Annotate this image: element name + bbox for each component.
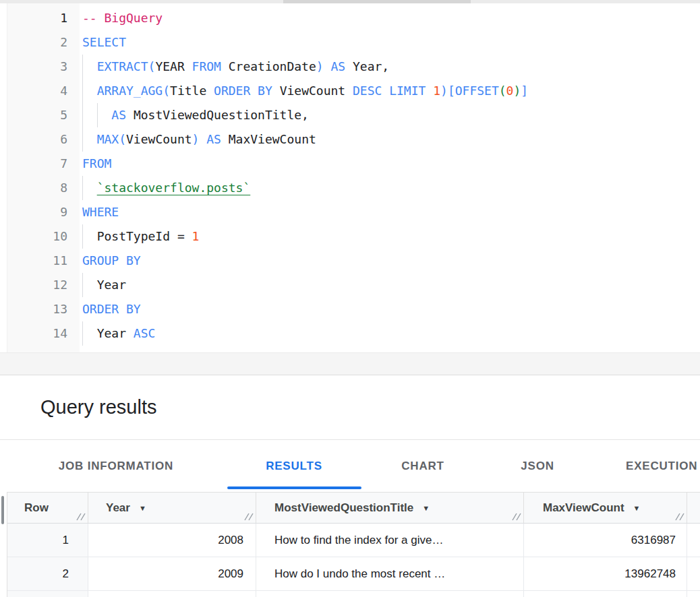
row-number-cell (7, 591, 88, 597)
indent-guide (82, 79, 83, 103)
code-token: 0 (506, 84, 514, 98)
indent-guide (82, 127, 83, 152)
line-number: 4 (7, 79, 80, 103)
column-resize-handle[interactable] (511, 512, 521, 521)
code-token: EXTRACT( (97, 59, 156, 73)
sort-arrow-icon[interactable]: ▼ (139, 504, 146, 512)
tab-execution-details[interactable]: EXECUTION DETAILS (626, 440, 700, 492)
line-number: 2 (7, 30, 80, 55)
column-resize-handle[interactable] (76, 512, 86, 521)
code-token: FROM (192, 59, 229, 73)
code-token: Title (170, 84, 214, 98)
code-token: ASC (134, 326, 156, 340)
indent-guide (82, 55, 83, 79)
code-line: 12Year (0, 273, 700, 297)
row-number-cell: 1 (7, 524, 88, 557)
code-token: ) (513, 84, 521, 98)
code-text: EXTRACT(YEAR FROM CreationDate) AS Year, (80, 55, 700, 79)
code-line: 7FROM (0, 152, 700, 176)
code-token: PostTypeId = (97, 229, 192, 243)
code-line: 4ARRAY_AGG(Title ORDER BY ViewCount DESC… (0, 79, 700, 103)
line-number: 7 (7, 152, 80, 176)
results-panel-header: Query results (0, 375, 700, 440)
code-token: Year (97, 278, 126, 292)
code-token: AS (111, 108, 134, 122)
column-header-mostviewedquestiontitle[interactable]: MostViewedQuestionTitle ▼ (256, 493, 523, 523)
tab-results[interactable]: RESULTS (266, 440, 322, 492)
code-text: PostTypeId = 1 (80, 224, 700, 249)
results-table: Row Year ▼ MostViewedQuestionTitle ▼ Max… (0, 492, 700, 597)
indent-guide (97, 103, 98, 127)
code-text: AS MostViewedQuestionTitle, (80, 103, 700, 127)
table-row-partial (7, 591, 700, 597)
column-resize-handle[interactable] (674, 512, 684, 521)
code-token: MaxViewCount (229, 132, 316, 146)
line-number: 11 (7, 249, 80, 273)
column-header-maxviewcount[interactable]: MaxViewCount ▼ (523, 493, 687, 523)
sort-arrow-icon[interactable]: ▼ (633, 504, 641, 512)
results-tabs: JOB INFORMATION RESULTS CHART JSON EXECU… (0, 440, 700, 492)
extra-cell (687, 557, 700, 590)
line-number: 1 (7, 6, 80, 30)
column-header-label: MostViewedQuestionTitle (274, 501, 413, 515)
code-token: FROM (82, 156, 111, 170)
code-token: Year, (353, 59, 389, 73)
column-header-label: Year (106, 501, 130, 515)
column-header-label: Row (24, 501, 49, 515)
code-text: -- BigQuery (80, 6, 700, 30)
code-token: -- BigQuery (82, 11, 163, 25)
active-tab-indicator (227, 486, 361, 489)
code-line: 8`stackoverflow.posts` (0, 176, 700, 200)
code-line: 9WHERE (0, 200, 700, 224)
line-number: 6 (7, 127, 80, 152)
sql-editor[interactable]: 1-- BigQuery2SELECT3EXTRACT(YEAR FROM Cr… (0, 3, 700, 352)
line-number: 14 (7, 321, 80, 346)
code-token: WHERE (82, 205, 119, 219)
line-number: 3 (7, 55, 80, 79)
code-token: ViewCount (280, 84, 353, 98)
code-token: ) AS (192, 132, 229, 146)
indent-guide (82, 176, 83, 200)
table-row: 2 2009 How do I undo the most recent … 1… (7, 557, 700, 591)
results-vertical-scrollbar[interactable] (1, 496, 4, 524)
tab-job-information[interactable]: JOB INFORMATION (59, 440, 173, 492)
column-resize-handle[interactable] (243, 512, 254, 521)
code-text: SELECT (80, 30, 700, 55)
code-line: 14Year ASC (0, 321, 700, 346)
code-token: ViewCount (126, 132, 192, 146)
table-reference-link[interactable]: `stackoverflow.posts` (97, 181, 251, 195)
code-token: CreationDate (229, 59, 316, 73)
code-line: 6MAX(ViewCount) AS MaxViewCount (0, 127, 700, 152)
tab-json[interactable]: JSON (521, 440, 554, 492)
code-text: Year ASC (80, 321, 700, 346)
title-cell (256, 591, 523, 597)
indent-guide (82, 103, 83, 127)
results-panel-title: Query results (40, 396, 156, 418)
code-token: 1 (433, 84, 440, 98)
code-line: 5AS MostViewedQuestionTitle, (0, 103, 700, 127)
code-token: ] (521, 84, 528, 98)
code-text: WHERE (80, 200, 700, 224)
code-text: FROM (80, 152, 700, 176)
max-view-count-cell: 13962748 (523, 557, 687, 590)
code-token: ( (499, 84, 506, 98)
max-view-count-cell (523, 591, 687, 597)
table-row: 1 2008 How to find the index for a give…… (7, 524, 700, 557)
column-header-year[interactable]: Year ▼ (88, 493, 256, 523)
code-token: ORDER BY (82, 302, 141, 316)
code-token: ORDER BY (214, 84, 280, 98)
title-cell: How to find the index for a give… (256, 524, 523, 557)
code-token: )[OFFSET (440, 84, 499, 98)
column-header-label: MaxViewCount (543, 501, 624, 515)
code-text: GROUP BY (80, 249, 700, 273)
code-token: GROUP BY (82, 253, 141, 268)
code-line: 2SELECT (0, 30, 700, 55)
line-number: 13 (7, 297, 80, 321)
code-token: MAX( (97, 132, 126, 146)
editor-bottom-band (0, 352, 700, 375)
sort-arrow-icon[interactable]: ▼ (422, 504, 430, 512)
column-header-row: Row (7, 493, 88, 523)
line-number: 10 (7, 224, 80, 249)
code-token: MostViewedQuestionTitle, (134, 108, 309, 122)
tab-chart[interactable]: CHART (401, 440, 444, 492)
